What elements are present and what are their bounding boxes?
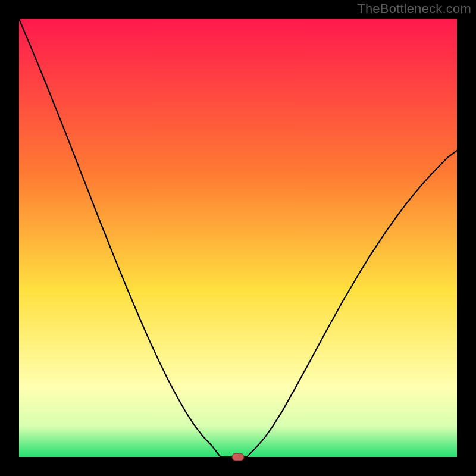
chart-frame: TheBottleneck.com [0, 0, 476, 476]
plot-background [19, 19, 457, 457]
bottleneck-chart [0, 0, 476, 476]
optimum-marker [232, 453, 244, 461]
watermark-text: TheBottleneck.com [357, 1, 471, 17]
